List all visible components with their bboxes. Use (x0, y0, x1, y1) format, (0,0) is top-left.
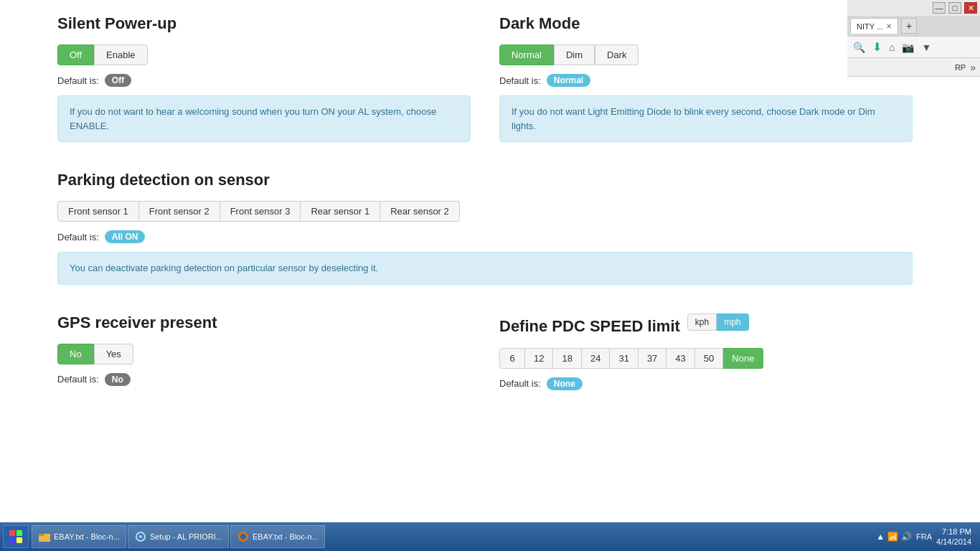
parking-title: Parking detection on sensor (57, 171, 913, 189)
row-1: Silent Power-up Off Enable Default is: O… (57, 14, 913, 142)
parking-detection-section: Parking detection on sensor Front sensor… (57, 171, 913, 285)
parking-default: Default is: All ON (57, 230, 913, 243)
parking-default-label: Default is: (57, 232, 99, 242)
tab-close-icon[interactable]: ✕ (886, 22, 892, 30)
speed-button-37[interactable]: 37 (639, 348, 666, 369)
home-icon[interactable]: ⌂ (887, 40, 896, 55)
enable-button[interactable]: Enable (94, 44, 147, 65)
no-button[interactable]: No (57, 344, 94, 364)
unit-buttons: kph mph (687, 314, 749, 331)
close-button[interactable]: ✕ (964, 2, 977, 14)
address-label: RP (955, 63, 966, 72)
pdc-speed-title: Define PDC SPEED limit (499, 317, 680, 336)
minimize-button[interactable]: — (933, 2, 946, 14)
maximize-button[interactable]: □ (948, 2, 961, 14)
active-tab[interactable]: NITY ... ✕ (850, 18, 898, 34)
expand-icon[interactable]: » (970, 62, 976, 73)
pdc-default-badge: None (547, 377, 583, 390)
sensor-button-4[interactable]: Rear sensor 1 (301, 201, 380, 222)
pdc-default-label: Default is: (499, 378, 541, 389)
gps-default-badge: No (105, 373, 131, 386)
yes-button[interactable]: Yes (94, 344, 133, 364)
new-tab-button[interactable]: + (901, 18, 917, 34)
silent-powerup-info: If you do not want to hear a welcoming s… (57, 95, 471, 142)
silent-default-badge: Off (105, 74, 131, 87)
silent-powerup-buttons: Off Enable (57, 44, 471, 65)
address-panel: RP » (847, 57, 980, 76)
speed-button-18[interactable]: 18 (553, 348, 581, 369)
speed-button-50[interactable]: 50 (695, 348, 723, 369)
silent-powerup-default: Default is: Off (57, 74, 471, 87)
tab-bar: NITY ... ✕ + (847, 16, 980, 36)
menu-icon[interactable]: ▼ (920, 40, 933, 55)
dark-default-label: Default is: (499, 75, 541, 86)
speed-button-6[interactable]: 6 (499, 348, 525, 369)
speed-button-None[interactable]: None (723, 348, 763, 369)
row-2: GPS receiver present No Yes Default is: … (57, 314, 913, 399)
silent-powerup-section: Silent Power-up Off Enable Default is: O… (57, 14, 471, 142)
gps-default-label: Default is: (57, 374, 99, 385)
silent-default-label: Default is: (57, 75, 99, 86)
parking-info-text: You can deactivate parking detection on … (70, 263, 378, 273)
sensor-button-5[interactable]: Rear sensor 2 (380, 201, 460, 222)
parking-info: You can deactivate parking detection on … (57, 252, 913, 285)
sensor-button-2[interactable]: Front sensor 2 (139, 201, 220, 222)
download-icon[interactable]: ⬇ (871, 39, 883, 55)
mph-button[interactable]: mph (717, 314, 748, 331)
sensor-buttons: Front sensor 1Front sensor 2Front sensor… (57, 201, 913, 222)
camera-icon[interactable]: 📷 (900, 40, 915, 55)
sensor-button-1[interactable]: Front sensor 1 (57, 201, 139, 222)
speed-button-31[interactable]: 31 (610, 348, 638, 369)
gps-buttons: No Yes (57, 344, 471, 364)
off-button[interactable]: Off (57, 44, 94, 65)
tab-label: NITY ... (857, 22, 883, 31)
gps-default: Default is: No (57, 373, 471, 386)
title-bar: — □ ✕ (847, 0, 980, 16)
dark-mode-info: If you do not want Light Emitting Diode … (499, 95, 913, 142)
gps-title: GPS receiver present (57, 314, 471, 332)
dim-button[interactable]: Dim (554, 44, 595, 65)
normal-button[interactable]: Normal (499, 44, 554, 65)
dark-info-text: If you do not want Light Emitting Diode … (512, 106, 875, 131)
speed-button-12[interactable]: 12 (525, 348, 553, 369)
dark-default-badge: Normal (547, 74, 590, 87)
speed-button-24[interactable]: 24 (582, 348, 610, 369)
main-content: Silent Power-up Off Enable Default is: O… (0, 0, 970, 442)
dark-button[interactable]: Dark (595, 44, 639, 65)
pdc-speed-header: Define PDC SPEED limit kph mph (499, 314, 913, 339)
parking-default-badge: All ON (105, 230, 146, 243)
pdc-default: Default is: None (499, 377, 913, 390)
nav-bar: 🔍 ⬇ ⌂ 📷 ▼ (847, 36, 980, 57)
gps-section: GPS receiver present No Yes Default is: … (57, 314, 471, 399)
search-icon[interactable]: 🔍 (852, 40, 867, 55)
speed-button-43[interactable]: 43 (666, 348, 694, 369)
sensor-button-3[interactable]: Front sensor 3 (220, 201, 301, 222)
browser-chrome: — □ ✕ NITY ... ✕ + 🔍 ⬇ ⌂ 📷 ▼ RP » (847, 0, 980, 77)
silent-info-text: If you do not want to hear a welcoming s… (70, 106, 436, 131)
silent-powerup-title: Silent Power-up (57, 14, 471, 33)
kph-button[interactable]: kph (687, 314, 717, 331)
speed-buttons: 612182431374350None (499, 348, 913, 369)
pdc-speed-section: Define PDC SPEED limit kph mph 612182431… (499, 314, 913, 399)
